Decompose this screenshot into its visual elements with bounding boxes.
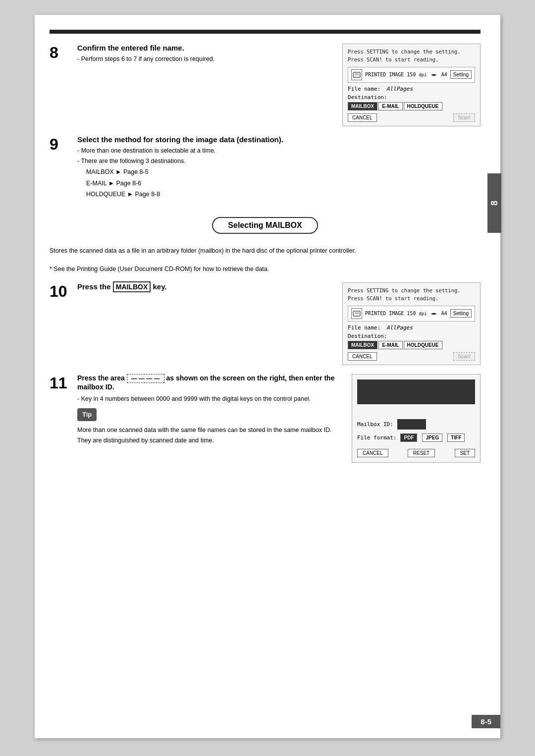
panel1-email-btn[interactable]: E-MAIL bbox=[378, 102, 402, 110]
panel3-cancel-button[interactable]: CANCEL bbox=[357, 449, 388, 457]
tip-text: More than one scanned data with the same… bbox=[77, 425, 342, 446]
panel1-setting-button[interactable]: Setting bbox=[450, 70, 472, 79]
step8-number: 8 bbox=[50, 45, 67, 60]
panel1: Press SETTING to change the setting. Pre… bbox=[342, 44, 481, 126]
step9-title: Select the method for storing the image … bbox=[77, 135, 332, 144]
section-desc2: * See the Printing Guide (User Document … bbox=[50, 264, 481, 274]
panel1-dest-row: MAILBOX E-MAIL HOLDQUEUE bbox=[348, 102, 475, 110]
panel2-action-row: CANCEL Scan! bbox=[348, 352, 475, 361]
panel1-filename-row: File name: AllPages bbox=[348, 86, 475, 92]
panel3-action-row: CANCEL RESET SET bbox=[357, 446, 475, 457]
panel1-mailbox-btn[interactable]: MAILBOX bbox=[348, 102, 377, 110]
panel1-image-info: PRINTED IMAGE 150 dpi ◄► A4 bbox=[365, 72, 447, 77]
panel3-jpeg-btn[interactable]: JPEG bbox=[422, 433, 442, 442]
scanner-icon2 bbox=[351, 308, 362, 319]
step9-row: 9 Select the method for storing the imag… bbox=[50, 135, 481, 200]
panel2-dest-label: Destination: bbox=[348, 333, 475, 339]
svg-rect-5 bbox=[355, 312, 359, 314]
step9-destinations: MAILBOX ► Page 8-5 E-MAIL ► Page 8-6 HOL… bbox=[77, 166, 332, 200]
panel3-header bbox=[357, 379, 475, 404]
step9-dest-email: E-MAIL ► Page 8-6 bbox=[86, 178, 332, 189]
step10-row: 10 Press the MAILBOX key. Press SETTING … bbox=[50, 282, 481, 365]
step8-title: Confirm the entered file name. bbox=[77, 44, 332, 52]
panel2-hint: Press SETTING to change the setting. Pre… bbox=[348, 287, 475, 303]
panel2-dest-row: MAILBOX E-MAIL HOLDQUEUE bbox=[348, 341, 475, 349]
step9-dest-holdqueue: HOLDQUEUE ► Page 8-8 bbox=[86, 189, 332, 200]
step8-bullet1: Perform steps 6 to 7 if any correction i… bbox=[77, 54, 332, 64]
panel2-scan-button[interactable]: Scan! bbox=[453, 352, 475, 361]
panel1-dest-label: Destination: bbox=[348, 94, 475, 101]
section-heading-wrap: Selecting MAILBOX bbox=[50, 209, 481, 241]
panel3-tiff-btn[interactable]: TIFF bbox=[447, 433, 465, 442]
panel2-mailbox-btn[interactable]: MAILBOX bbox=[348, 341, 377, 349]
panel1-cancel-button[interactable]: CANCEL bbox=[348, 113, 377, 122]
step10-content: Press the MAILBOX key. bbox=[77, 282, 332, 294]
panel2-image-info: PRINTED IMAGE 150 dpi ◄► A4 bbox=[365, 311, 447, 316]
dashed-area-indicator: ― ― ― ― bbox=[127, 374, 164, 383]
panel3-reset-button[interactable]: RESET bbox=[408, 449, 435, 457]
panel2-email-btn[interactable]: E-MAIL bbox=[378, 341, 402, 349]
top-bar bbox=[50, 30, 481, 34]
panel3: Mailbox ID: ■■■■ File format: PDF JPEG T… bbox=[352, 374, 481, 463]
step9-dest-mailbox: MAILBOX ► Page 8-5 bbox=[86, 166, 332, 178]
content: 8 Confirm the entered file name. Perform… bbox=[50, 44, 481, 463]
chapter-number: 8 bbox=[489, 201, 500, 206]
panel1-holdqueue-btn[interactable]: HOLDQUEUE bbox=[404, 102, 442, 110]
tip-badge: Tip bbox=[77, 408, 97, 421]
panel2-cancel-button[interactable]: CANCEL bbox=[348, 352, 377, 361]
mailbox-id-input[interactable]: ■■■■ bbox=[397, 419, 427, 430]
panel3-pdf-btn[interactable]: PDF bbox=[400, 433, 417, 442]
section-heading: Selecting MAILBOX bbox=[212, 217, 318, 234]
step11-title: Press the area ― ― ― ― as shown on the s… bbox=[77, 374, 342, 391]
chapter-tab: 8 bbox=[487, 173, 501, 233]
step11-row: 11 Press the area ― ― ― ― as shown on th… bbox=[50, 374, 481, 463]
step8-row: 8 Confirm the entered file name. Perform… bbox=[50, 44, 481, 126]
panel1-hint: Press SETTING to change the setting. Pre… bbox=[348, 48, 475, 64]
step8-body: Perform steps 6 to 7 if any correction i… bbox=[77, 54, 332, 64]
mailbox-key: MAILBOX bbox=[113, 281, 151, 292]
step8-content: Confirm the entered file name. Perform s… bbox=[77, 44, 332, 64]
step9-body: More than one destination is selectable … bbox=[77, 146, 332, 200]
panel3-set-button[interactable]: SET bbox=[455, 449, 475, 457]
panel3-format-row: File format: PDF JPEG TIFF bbox=[357, 433, 475, 442]
step11-content: Press the area ― ― ― ― as shown on the s… bbox=[77, 374, 342, 446]
scanner-icon bbox=[351, 69, 362, 80]
panel2-setting-button[interactable]: Setting bbox=[450, 309, 472, 318]
step9-content: Select the method for storing the image … bbox=[77, 135, 332, 200]
panel2: Press SETTING to change the setting. Pre… bbox=[342, 282, 481, 365]
panel2-filename-row: File name: AllPages bbox=[348, 324, 475, 331]
page: 8 8-5 8 Confirm the entered file name. P… bbox=[35, 15, 500, 738]
panel1-action-row: CANCEL Scan! bbox=[348, 113, 475, 122]
panel1-device-row: PRINTED IMAGE 150 dpi ◄► A4 Setting bbox=[348, 67, 475, 83]
step11-number: 11 bbox=[50, 375, 67, 391]
step11-body: Key in 4 numbers between 0000 and 9999 w… bbox=[77, 394, 342, 446]
panel3-mailboxid-row: Mailbox ID: ■■■■ bbox=[357, 419, 475, 430]
step9-bullet2: There are the following 3 destinations. bbox=[77, 156, 332, 166]
page-number: 8-5 bbox=[472, 715, 500, 728]
panel1-scan-button[interactable]: Scan! bbox=[453, 113, 475, 122]
step9-bullet1: More than one destination is selectable … bbox=[77, 146, 332, 156]
step10-number: 10 bbox=[50, 283, 67, 299]
panel2-device-row: PRINTED IMAGE 150 dpi ◄► A4 Setting bbox=[348, 306, 475, 322]
step11-bullet1: Key in 4 numbers between 0000 and 9999 w… bbox=[77, 394, 342, 404]
step9-number: 9 bbox=[50, 136, 67, 152]
svg-rect-2 bbox=[355, 73, 359, 75]
panel2-holdqueue-btn[interactable]: HOLDQUEUE bbox=[404, 341, 442, 349]
step10-title: Press the MAILBOX key. bbox=[77, 282, 332, 291]
section-desc1: Stores the scanned data as a file in an … bbox=[50, 246, 481, 256]
